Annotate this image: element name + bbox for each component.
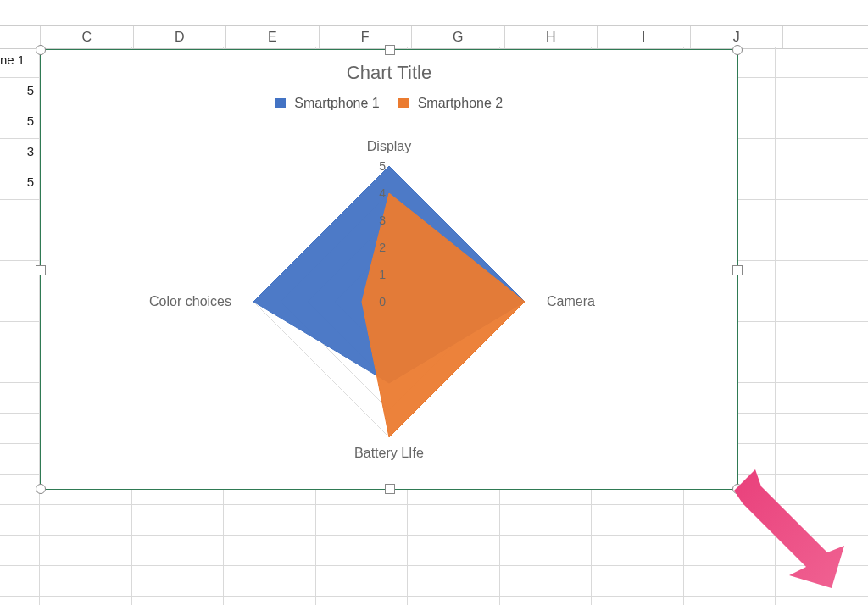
col-header-blank[interactable] [0, 26, 41, 48]
cell[interactable] [500, 566, 593, 596]
resize-handle-icon[interactable] [385, 45, 395, 55]
legend-label: Smartphone 2 [418, 96, 504, 110]
col-header-C[interactable]: C [41, 26, 134, 48]
col-header-D[interactable]: D [134, 26, 227, 48]
chart-legend[interactable]: Smartphone 1 Smartphone 2 [41, 96, 737, 111]
cell[interactable] [224, 597, 316, 605]
col-header-F[interactable]: F [320, 26, 413, 48]
cell[interactable] [40, 505, 132, 535]
svg-text:Battery LIfe: Battery LIfe [354, 446, 424, 460]
resize-handle-icon[interactable] [732, 484, 743, 494]
cell[interactable] [408, 566, 500, 596]
cell[interactable] [592, 505, 684, 535]
radar-plot-area[interactable]: 012345DisplayCameraBattery LIfeColor cho… [41, 128, 737, 482]
cell[interactable]: ne 1 [0, 47, 40, 77]
cell[interactable] [592, 536, 684, 565]
cell[interactable] [684, 505, 776, 535]
cell[interactable] [316, 505, 409, 535]
cell[interactable] [0, 597, 40, 605]
cell[interactable] [132, 597, 225, 605]
resize-handle-icon[interactable] [36, 45, 46, 55]
svg-text:1: 1 [379, 268, 386, 281]
svg-text:Camera: Camera [547, 294, 595, 308]
col-header-E[interactable]: E [226, 26, 320, 48]
cell[interactable] [316, 566, 409, 596]
cell[interactable] [0, 536, 40, 565]
cell[interactable] [0, 444, 40, 474]
cell[interactable] [40, 566, 132, 596]
cell[interactable] [500, 505, 593, 535]
cell[interactable] [500, 536, 593, 565]
cell[interactable] [316, 536, 409, 565]
cell[interactable] [224, 536, 316, 565]
cell[interactable] [0, 352, 40, 382]
cell[interactable] [0, 261, 40, 291]
resize-handle-icon[interactable] [385, 484, 395, 494]
chart-object[interactable]: Chart Title Smartphone 1 Smartphone 2 01… [40, 49, 738, 490]
cell[interactable] [0, 475, 40, 504]
cell[interactable] [684, 566, 776, 596]
cell[interactable]: 5 [0, 169, 40, 199]
legend-swatch-icon [398, 98, 409, 108]
cell[interactable] [0, 322, 40, 352]
cell[interactable] [132, 536, 225, 565]
cell[interactable] [0, 230, 40, 260]
cell[interactable] [408, 536, 500, 565]
cell[interactable] [500, 597, 593, 605]
cell[interactable] [40, 597, 132, 605]
cell[interactable] [408, 597, 500, 605]
svg-text:Display: Display [367, 139, 411, 153]
cell[interactable] [592, 566, 684, 596]
cell[interactable] [0, 505, 40, 535]
cell[interactable] [592, 597, 684, 605]
resize-handle-icon[interactable] [36, 484, 46, 494]
cell[interactable] [224, 505, 316, 535]
legend-label: Smartphone 1 [294, 96, 380, 110]
svg-text:2: 2 [379, 241, 386, 254]
col-header-H[interactable]: H [505, 26, 598, 48]
cell[interactable] [0, 200, 40, 230]
chart-title[interactable]: Chart Title [41, 62, 737, 84]
cell[interactable] [132, 505, 225, 535]
cell[interactable] [684, 597, 776, 605]
cell[interactable] [0, 383, 40, 413]
legend-swatch-icon [275, 98, 286, 108]
cell[interactable]: 3 [0, 139, 40, 169]
svg-text:5: 5 [379, 159, 386, 173]
svg-text:0: 0 [379, 295, 386, 308]
col-header-G[interactable]: G [412, 26, 505, 48]
cell[interactable] [0, 414, 40, 443]
cell[interactable] [0, 291, 40, 321]
cell[interactable] [316, 597, 409, 605]
cell[interactable]: 5 [0, 78, 40, 108]
resize-handle-icon[interactable] [732, 45, 743, 55]
col-header-I[interactable]: I [598, 26, 691, 48]
svg-text:4: 4 [379, 186, 386, 200]
cell[interactable] [684, 536, 776, 565]
svg-text:3: 3 [379, 214, 386, 227]
cell[interactable]: 5 [0, 108, 40, 138]
cell[interactable] [40, 536, 132, 565]
cell[interactable] [0, 566, 40, 596]
svg-text:Color choices: Color choices [149, 294, 231, 308]
cell[interactable] [132, 566, 225, 596]
cell[interactable] [224, 566, 316, 596]
cell[interactable] [408, 505, 500, 535]
